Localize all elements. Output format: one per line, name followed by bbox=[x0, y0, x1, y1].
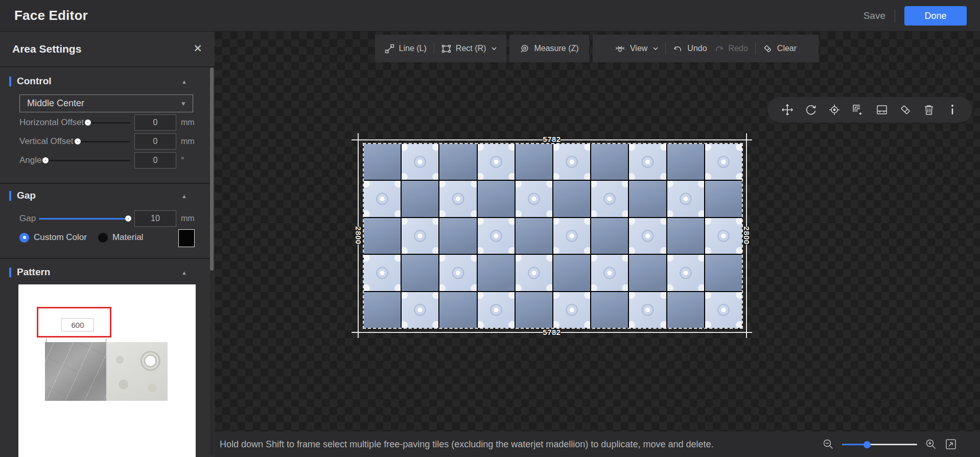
angle-slider[interactable] bbox=[44, 155, 130, 165]
tile[interactable] bbox=[591, 218, 628, 254]
tile[interactable] bbox=[705, 218, 742, 254]
eraser-icon bbox=[899, 104, 912, 116]
scrollbar-thumb[interactable] bbox=[210, 67, 214, 271]
tile[interactable] bbox=[591, 144, 628, 180]
more-info-button[interactable] bbox=[945, 102, 960, 117]
done-button[interactable]: Done bbox=[904, 6, 967, 26]
zoom-slider[interactable] bbox=[842, 440, 917, 448]
tile[interactable] bbox=[591, 181, 628, 217]
tile[interactable] bbox=[402, 292, 438, 328]
slider-knob[interactable] bbox=[75, 138, 81, 145]
slider-knob[interactable] bbox=[864, 441, 871, 448]
tile[interactable] bbox=[402, 144, 438, 180]
zoom-out-button[interactable] bbox=[823, 439, 834, 450]
tile[interactable] bbox=[705, 144, 742, 180]
tile[interactable] bbox=[478, 292, 515, 328]
delete-button[interactable] bbox=[921, 102, 937, 117]
fit-screen-button[interactable] bbox=[945, 438, 957, 450]
tile[interactable] bbox=[667, 292, 704, 328]
tile[interactable] bbox=[629, 181, 666, 217]
tile[interactable] bbox=[591, 255, 628, 291]
measure-tool-button[interactable]: Measure (Z) bbox=[520, 44, 578, 54]
add-array-button[interactable] bbox=[850, 102, 866, 117]
tile[interactable] bbox=[553, 181, 590, 217]
rect-tool-button[interactable]: Rect (R) bbox=[441, 44, 497, 54]
tile[interactable] bbox=[439, 218, 476, 254]
tile[interactable] bbox=[629, 255, 666, 291]
tile[interactable] bbox=[629, 144, 666, 180]
horizontal-offset-slider[interactable] bbox=[87, 117, 130, 128]
locate-button[interactable] bbox=[827, 102, 842, 117]
tile[interactable] bbox=[516, 255, 552, 291]
tile[interactable] bbox=[553, 218, 590, 254]
tile[interactable] bbox=[516, 218, 552, 254]
tile[interactable] bbox=[553, 255, 590, 291]
slider-knob[interactable] bbox=[125, 215, 131, 222]
sidebar-scrollbar[interactable] bbox=[210, 67, 214, 455]
tile[interactable] bbox=[364, 144, 401, 180]
horizontal-offset-input[interactable] bbox=[134, 114, 176, 131]
gap-slider[interactable] bbox=[39, 213, 130, 224]
tile[interactable] bbox=[402, 181, 438, 217]
tile[interactable] bbox=[591, 292, 628, 328]
tile[interactable] bbox=[439, 292, 476, 328]
tile[interactable] bbox=[478, 255, 515, 291]
pattern-tile-ornament[interactable] bbox=[106, 342, 168, 401]
tile[interactable] bbox=[667, 181, 704, 217]
line-tool-button[interactable]: Line (L) bbox=[385, 44, 427, 54]
vertical-offset-input[interactable] bbox=[134, 133, 176, 150]
view-button[interactable]: View bbox=[615, 44, 658, 53]
tile[interactable] bbox=[439, 144, 476, 180]
gap-input[interactable] bbox=[134, 210, 176, 227]
tile[interactable] bbox=[364, 255, 401, 291]
tile[interactable] bbox=[667, 218, 704, 254]
tile[interactable] bbox=[439, 255, 476, 291]
tile[interactable] bbox=[364, 292, 401, 328]
tile[interactable] bbox=[478, 144, 515, 180]
tile[interactable] bbox=[516, 292, 552, 328]
eraser-button[interactable] bbox=[898, 102, 913, 117]
material-radio[interactable]: Material bbox=[98, 232, 143, 243]
slider-knob[interactable] bbox=[85, 119, 91, 126]
vertical-offset-slider[interactable] bbox=[77, 136, 130, 147]
collapse-gap-icon[interactable]: ▲ bbox=[181, 193, 187, 199]
tile[interactable] bbox=[705, 181, 742, 217]
tile[interactable] bbox=[553, 292, 590, 328]
tile[interactable] bbox=[629, 218, 666, 254]
tile[interactable] bbox=[402, 255, 438, 291]
tile-grid[interactable] bbox=[364, 144, 742, 328]
close-icon[interactable]: ✕ bbox=[192, 43, 203, 54]
tile[interactable] bbox=[705, 292, 742, 328]
undo-button[interactable]: Undo bbox=[673, 44, 707, 53]
tile[interactable] bbox=[439, 181, 476, 217]
collapse-control-icon[interactable]: ▲ bbox=[181, 79, 187, 85]
redo-button[interactable]: Redo bbox=[714, 44, 748, 53]
tile[interactable] bbox=[629, 292, 666, 328]
zoom-in-button[interactable] bbox=[925, 439, 937, 450]
tile[interactable] bbox=[705, 255, 742, 291]
tile[interactable] bbox=[364, 181, 401, 217]
tile[interactable] bbox=[667, 144, 704, 180]
tile[interactable] bbox=[478, 181, 515, 217]
rotate-button[interactable] bbox=[803, 102, 819, 117]
tile[interactable] bbox=[516, 181, 552, 217]
tile[interactable] bbox=[402, 218, 438, 254]
tile[interactable] bbox=[667, 255, 704, 291]
custom-color-radio[interactable]: Custom Color bbox=[19, 232, 87, 243]
collapse-pattern-icon[interactable]: ▲ bbox=[181, 270, 187, 276]
tile[interactable] bbox=[553, 144, 590, 180]
gap-color-swatch[interactable] bbox=[178, 229, 195, 247]
tile[interactable] bbox=[478, 218, 515, 254]
save-button[interactable]: Save bbox=[849, 10, 885, 21]
bottom-edit-button[interactable] bbox=[874, 102, 890, 117]
anchor-select[interactable]: Middle Center ▼ bbox=[19, 94, 193, 112]
editor-canvas[interactable]: Line (L) Rect (R) Measure (Z) bbox=[215, 32, 980, 431]
slider-knob[interactable] bbox=[42, 157, 49, 163]
move-button[interactable] bbox=[780, 102, 795, 117]
angle-input[interactable] bbox=[134, 152, 176, 169]
tile[interactable] bbox=[516, 144, 552, 180]
clear-button[interactable]: Clear bbox=[763, 44, 797, 54]
tile-width-input[interactable] bbox=[61, 318, 94, 331]
tile[interactable] bbox=[364, 218, 401, 254]
pattern-tile-marble[interactable] bbox=[45, 342, 106, 401]
